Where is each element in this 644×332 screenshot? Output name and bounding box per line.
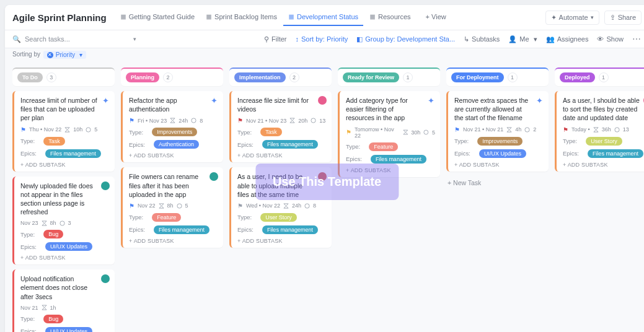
epic-tag: Authentication (154, 140, 199, 149)
status-pill: Ready for Review (343, 72, 399, 82)
flag-icon: ⚑ (346, 129, 351, 136)
type-row: Type:Task (237, 128, 327, 136)
kanban-board[interactable]: To Do3 ✦ Increase limit of number of fil… (5, 61, 644, 332)
type-tag: Task (260, 128, 282, 136)
svg-point-6 (424, 130, 428, 134)
card-hours: 4h (515, 126, 521, 133)
more-icon[interactable]: ⋯ (632, 34, 642, 44)
add-subtask-button[interactable]: + ADD SUBTASK (237, 152, 327, 159)
svg-point-3 (177, 204, 181, 208)
column-header[interactable]: Deployed1 (555, 68, 644, 86)
task-card[interactable]: File owners can rename files after it ha… (121, 167, 223, 248)
add-subtask-button[interactable]: + ADD SUBTASK (129, 238, 218, 244)
group-button[interactable]: ◧Group by: Development Sta... (356, 35, 455, 43)
flag-icon: ⚑ (129, 203, 135, 209)
sorting-strip: Sorting by Priority ▾ (5, 48, 644, 61)
task-card[interactable]: As a user, I need to be able to upload m… (229, 167, 332, 248)
task-card[interactable]: ✦ Add category type for easier filtering… (338, 91, 440, 177)
subtask-count-icon (60, 221, 65, 226)
show-button[interactable]: 👁Show (597, 35, 624, 43)
search-input[interactable]: 🔍 Search tasks... ▾ (12, 35, 136, 43)
task-card[interactable]: ✦ Increase limit of number of files that… (12, 91, 115, 172)
column-header[interactable]: Implementation2 (229, 68, 332, 86)
column-header[interactable]: To Do3 (12, 68, 115, 86)
svg-point-2 (192, 118, 196, 123)
add-subtask-button[interactable]: + ADD SUBTASK (346, 167, 435, 173)
task-card[interactable]: ✦ Remove extra spaces the are currently … (446, 91, 549, 172)
epics-row: Epics:Files management (129, 225, 218, 234)
card-dates: Nov 23 (20, 220, 38, 226)
tab-development-status[interactable]: ≣Development Status (283, 9, 363, 26)
add-view-button[interactable]: + View (421, 9, 451, 25)
list-icon: ≣ (288, 12, 294, 21)
subtask-count-icon (311, 118, 316, 123)
app-window: Agile Sprint Planning ≣Getting Started G… (5, 5, 644, 332)
epics-row: Epics:Files management (237, 140, 327, 149)
sorting-pill[interactable]: Priority ▾ (43, 51, 86, 59)
column-header[interactable]: Planning2 (121, 68, 223, 86)
type-row: Type:Improvements (454, 137, 544, 146)
filter-button[interactable]: ⚲Filter (264, 35, 286, 43)
status-pill: For Deployment (451, 72, 504, 82)
hourglass-icon (42, 305, 47, 310)
card-hours: 8h (50, 220, 56, 226)
epic-tag: UI/UX Updates (45, 327, 92, 332)
column-count: 2 (289, 72, 299, 82)
epics-row: Epics:Files management (563, 149, 644, 158)
status-pill: To Do (17, 72, 43, 82)
type-tag: Improvements (477, 137, 523, 146)
card-sub-count: 2 (533, 126, 536, 133)
card-sub-count: 5 (185, 203, 188, 209)
avatar (101, 181, 110, 190)
add-subtask-button[interactable]: + ADD SUBTASK (20, 162, 110, 168)
card-title: Add category type for easier filtering o… (346, 96, 435, 123)
card-dates: Nov 22 (138, 203, 156, 209)
task-card[interactable]: ✦ Refactor the app authentication ⚑ Fri … (121, 91, 223, 162)
card-dates: Nov 21 (20, 305, 38, 311)
tab-getting-started-guide[interactable]: ≣Getting Started Guide (115, 9, 200, 26)
type-row: Type:Bug (20, 315, 110, 323)
sparkle-icon: ✦ (426, 96, 435, 105)
automate-button[interactable]: ✦ Automate ▾ (545, 11, 599, 25)
share-button[interactable]: ⇪ Share (604, 11, 642, 25)
add-subtask-button[interactable]: + ADD SUBTASK (20, 255, 110, 261)
add-subtask-button[interactable]: + ADD SUBTASK (237, 238, 327, 244)
sort-button[interactable]: ↕Sort by: Priority (296, 35, 348, 43)
task-card[interactable]: As a user, I should be able to sort the … (555, 91, 644, 172)
epics-label: Epics: (20, 150, 37, 157)
assignees-button[interactable]: 👥Assignees (546, 35, 589, 43)
task-card[interactable]: Upload notification element does not clo… (12, 269, 115, 332)
toolbar: 🔍 Search tasks... ▾ ⚲Filter ↕Sort by: Pr… (5, 30, 644, 48)
column-count: 2 (163, 72, 173, 82)
column-count: 1 (508, 72, 518, 82)
subtasks-button[interactable]: ↳Subtasks (464, 35, 500, 43)
epics-label: Epics: (237, 141, 254, 148)
column-for-deployment: For Deployment1 ✦ Remove extra spaces th… (446, 68, 549, 189)
share-label: Share (618, 14, 636, 21)
flag-icon: ⚑ (237, 203, 243, 209)
column-header[interactable]: Ready for Review1 (338, 68, 440, 86)
epics-label: Epics: (129, 141, 145, 148)
sparkle-icon: ✦ (210, 96, 218, 105)
eye-icon: 👁 (597, 35, 604, 43)
chevron-down-icon: ▾ (133, 36, 136, 42)
me-button[interactable]: 👤Me ▾ (508, 35, 537, 43)
task-card[interactable]: Increase file size limit for videos ⚑ No… (229, 91, 332, 162)
card-dates: Tomorrow • Nov 22 (355, 126, 400, 139)
type-tag: Bug (43, 315, 63, 323)
tab-resources[interactable]: ≣Resources (364, 9, 416, 26)
card-hours: 30h (411, 129, 420, 136)
tab-sprint-backlog-items[interactable]: ≣Sprint Backlog Items (201, 9, 282, 26)
new-task-button[interactable]: + New Task (446, 177, 549, 189)
column-header[interactable]: For Deployment1 (446, 68, 549, 86)
type-label: Type: (563, 138, 577, 144)
task-card[interactable]: Newly uploaded file does not appear in t… (12, 177, 115, 265)
type-row: Type:Bug (20, 230, 110, 238)
add-subtask-button[interactable]: + ADD SUBTASK (563, 162, 644, 168)
add-subtask-button[interactable]: + ADD SUBTASK (129, 152, 218, 159)
add-subtask-button[interactable]: + ADD SUBTASK (454, 162, 544, 168)
subtask-count-icon (423, 129, 429, 135)
card-title: Remove extra spaces the are currently al… (454, 96, 544, 123)
subtask-count-icon (614, 127, 620, 133)
card-dates: Nov 21 • Nov 21 (463, 126, 503, 133)
